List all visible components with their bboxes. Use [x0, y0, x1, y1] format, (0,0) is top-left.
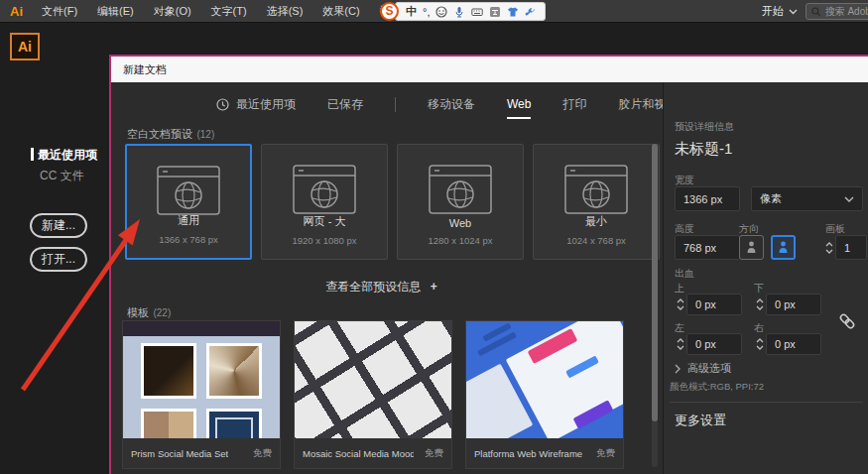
link-bleed-values-icon[interactable] — [838, 312, 856, 330]
width-label: 宽度 — [675, 174, 694, 187]
artboards-stepper[interactable] — [823, 235, 835, 260]
template-thumbnail — [123, 321, 280, 438]
keyboard-icon[interactable] — [471, 6, 483, 18]
landscape-person-icon — [777, 240, 790, 255]
search-placeholder: 搜索 Adob — [825, 5, 868, 19]
preset-card-web-large[interactable]: 网页 - 大 1920 x 1080 px — [261, 144, 388, 260]
menu-item-object[interactable]: 对象(O) — [144, 0, 201, 23]
tab-saved[interactable]: 已保存 — [327, 96, 363, 113]
template-name: Prism Social Media Set — [131, 448, 228, 459]
bleed-bottom-control: 0 px — [754, 294, 821, 315]
chevron-down-icon — [677, 345, 684, 350]
template-card-mosaic[interactable]: Mosaic Social Media Moodboard... 免费 — [294, 320, 452, 469]
presets-label: 空白文档预设 — [127, 128, 192, 140]
portrait-person-icon — [745, 240, 758, 255]
sidebar-item-recent[interactable]: 最近使用项 — [38, 147, 97, 164]
bleed-right-stepper[interactable] — [754, 333, 766, 355]
chevron-up-icon — [756, 338, 764, 343]
preset-name: 最小 — [534, 214, 659, 229]
plus-icon: + — [431, 280, 437, 294]
template-card-row: Prism Social Media Set 免费 Mosaic Social … — [122, 320, 624, 469]
bleed-left-input[interactable]: 0 px — [686, 333, 742, 355]
tab-web[interactable]: Web — [507, 97, 531, 111]
ime-lang-mode[interactable]: 中 — [406, 4, 417, 19]
web-globe-icon — [429, 165, 492, 214]
new-button[interactable]: 新建... — [30, 213, 87, 238]
chevron-down-icon — [756, 305, 764, 310]
bleed-top-stepper[interactable] — [675, 294, 686, 315]
advanced-options-toggle[interactable]: 高级选项 — [675, 361, 731, 376]
search-input[interactable]: 搜索 Adob — [806, 3, 868, 20]
unit-dropdown[interactable]: 像素 — [751, 186, 863, 211]
bleed-right-input[interactable]: 0 px — [766, 333, 821, 355]
start-label: 开始 — [762, 4, 784, 19]
wrench-icon[interactable] — [525, 6, 537, 18]
bleed-left-stepper[interactable] — [675, 333, 686, 355]
content-scrollbar[interactable] — [652, 144, 658, 467]
tab-recent[interactable]: 最近使用项 — [216, 96, 296, 113]
preset-name: Web — [398, 217, 523, 229]
bleed-bottom-stepper[interactable] — [754, 294, 766, 315]
view-all-presets-button[interactable]: 查看全部预设信息 + — [111, 279, 652, 296]
width-input[interactable]: 1366 px — [675, 186, 740, 211]
document-name-field[interactable]: 未标题-1 — [675, 140, 732, 159]
skin-icon[interactable] — [507, 6, 519, 18]
lang-switch-icon[interactable] — [489, 6, 501, 18]
app-logo-icon: Ai — [0, 4, 32, 19]
unit-value: 像素 — [760, 191, 782, 206]
dialog-titlebar[interactable]: 新建文档 — [111, 57, 868, 82]
open-button[interactable]: 打开... — [30, 247, 87, 272]
template-thumbnail — [466, 321, 623, 438]
preset-size: 1024 x 768 px — [534, 235, 659, 246]
more-settings-button[interactable]: 更多设置 — [675, 412, 726, 429]
sidebar-item-cc-files[interactable]: CC 文件 — [40, 168, 84, 184]
orientation-landscape-button[interactable] — [771, 235, 796, 260]
bleed-top-control: 0 px — [675, 294, 742, 315]
web-globe-icon — [293, 165, 356, 214]
active-item-marker — [31, 148, 34, 161]
preset-card-minimum[interactable]: 最小 1024 x 768 px — [533, 144, 660, 260]
templates-count: (22) — [153, 307, 171, 318]
details-header: 预设详细信息 — [675, 120, 734, 134]
preset-card-web[interactable]: Web 1280 x 1024 px — [397, 144, 524, 260]
tab-print[interactable]: 打印 — [562, 96, 586, 113]
template-name: Mosaic Social Media Moodboard... — [303, 448, 414, 459]
start-workspace-switcher[interactable]: 开始 — [762, 0, 798, 23]
tab-mobile[interactable]: 移动设备 — [428, 96, 475, 113]
menu-item-effect[interactable]: 效果(C) — [312, 0, 369, 23]
bleed-bottom-input[interactable]: 0 px — [766, 294, 821, 315]
chevron-down-icon — [844, 196, 854, 202]
color-mode-info: 颜色模式:RGB, PPI:72 — [670, 381, 764, 394]
bleed-label: 出血 — [675, 267, 694, 281]
ime-logo-icon[interactable]: S — [380, 2, 399, 21]
menu-item-edit[interactable]: 编辑(E) — [87, 0, 144, 23]
template-name: Platforma Web Wireframe Kit — [474, 448, 585, 459]
template-caption: Prism Social Media Set 免费 — [123, 438, 280, 468]
smiley-icon[interactable] — [435, 6, 447, 18]
scrollbar-thumb[interactable] — [652, 144, 658, 421]
chevron-down-icon — [677, 305, 684, 310]
template-card-platforma[interactable]: Platforma Web Wireframe Kit 免费 — [465, 320, 624, 469]
menu-item-select[interactable]: 选择(S) — [257, 0, 313, 23]
chevron-down-icon — [756, 345, 764, 350]
ime-punctuation[interactable]: °, — [423, 6, 430, 18]
preset-name: 通用 — [127, 213, 250, 228]
menu-item-file[interactable]: 文件(F) — [32, 0, 87, 23]
orientation-label: 方向 — [739, 222, 759, 236]
templates-label: 模板 — [127, 306, 149, 318]
microphone-icon[interactable] — [453, 6, 465, 18]
chevron-up-icon — [677, 298, 684, 303]
height-input[interactable]: 768 px — [675, 235, 740, 260]
artboards-input[interactable]: 1 — [835, 235, 867, 260]
chevron-right-icon — [675, 364, 681, 374]
bleed-top-input[interactable]: 0 px — [686, 294, 742, 315]
template-card-prism[interactable]: Prism Social Media Set 免费 — [122, 320, 281, 469]
templates-section-header: 模板 (22) — [127, 302, 171, 320]
web-globe-icon — [564, 165, 628, 214]
preset-card-general[interactable]: 通用 1366 x 768 px — [125, 144, 252, 260]
advanced-label: 高级选项 — [687, 361, 731, 376]
template-price-badge: 免费 — [596, 447, 615, 460]
preset-details-panel: 预设详细信息 未标题-1 宽度 1366 px 像素 高度 方向 画板 768 … — [663, 82, 868, 474]
menu-item-type[interactable]: 文字(T) — [201, 0, 257, 23]
orientation-portrait-button[interactable] — [739, 235, 764, 260]
